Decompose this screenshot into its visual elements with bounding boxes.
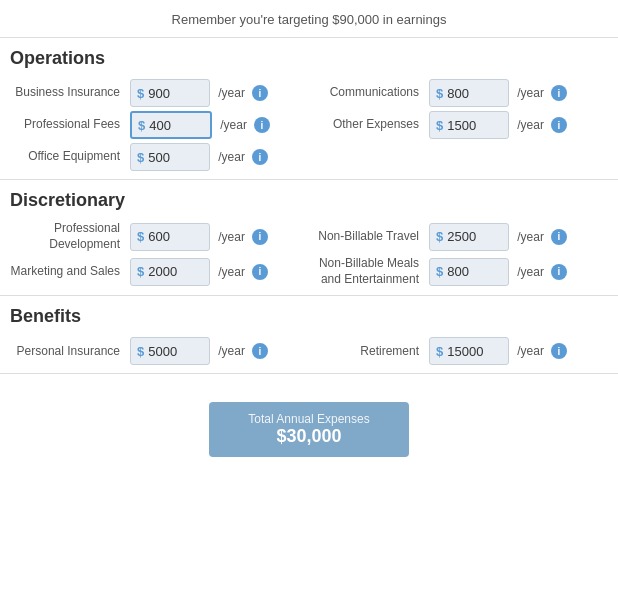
col-left: Professional Fees$/yeari — [10, 111, 309, 139]
section-title-discretionary: Discretionary — [10, 190, 608, 211]
expense-row: Professional Fees$/yeariOther Expenses$/… — [10, 111, 608, 139]
expense-label: Office Equipment — [10, 149, 130, 165]
top-banner: Remember you're targeting $90,000 in ear… — [0, 0, 618, 38]
section-operations: OperationsBusiness Insurance$/yeariCommu… — [0, 38, 618, 180]
expense-label: Professional Development — [10, 221, 130, 252]
expense-label: Other Expenses — [309, 117, 429, 133]
expense-label: Retirement — [309, 344, 429, 360]
info-icon[interactable]: i — [252, 229, 268, 245]
expense-row: Personal Insurance$/yeariRetirement$/yea… — [10, 337, 608, 365]
info-icon[interactable]: i — [252, 149, 268, 165]
year-label: /year — [517, 118, 544, 132]
col-right: Non-Billable Travel$/yeari — [309, 223, 608, 251]
info-icon[interactable]: i — [551, 264, 567, 280]
expense-label: Business Insurance — [10, 85, 130, 101]
amount-input[interactable] — [148, 264, 203, 279]
year-label: /year — [218, 265, 245, 279]
year-label: /year — [517, 86, 544, 100]
info-icon[interactable]: i — [252, 264, 268, 280]
section-discretionary: DiscretionaryProfessional Development$/y… — [0, 180, 618, 296]
expense-row: Office Equipment$/yeari — [10, 143, 608, 171]
year-label: /year — [517, 230, 544, 244]
info-icon[interactable]: i — [254, 117, 270, 133]
info-icon[interactable]: i — [551, 229, 567, 245]
amount-input[interactable] — [447, 344, 502, 359]
amount-input[interactable] — [447, 229, 502, 244]
total-box: Total Annual Expenses $30,000 — [209, 402, 409, 457]
section-title-benefits: Benefits — [10, 306, 608, 327]
dollar-sign: $ — [436, 264, 443, 279]
info-icon[interactable]: i — [551, 117, 567, 133]
expense-label: Non-Billable Travel — [309, 229, 429, 245]
col-left: Personal Insurance$/yeari — [10, 337, 309, 365]
total-area: Total Annual Expenses $30,000 — [0, 374, 618, 495]
dollar-sign: $ — [436, 229, 443, 244]
col-right: Retirement$/yeari — [309, 337, 608, 365]
dollar-sign: $ — [436, 86, 443, 101]
year-label: /year — [218, 230, 245, 244]
year-label: /year — [517, 265, 544, 279]
amount-input[interactable] — [149, 118, 204, 133]
col-right: Communications$/yeari — [309, 79, 608, 107]
expense-label: Communications — [309, 85, 429, 101]
dollar-sign: $ — [137, 86, 144, 101]
col-left: Professional Development$/yeari — [10, 221, 309, 252]
dollar-sign: $ — [436, 344, 443, 359]
total-value: $30,000 — [229, 426, 389, 447]
info-icon[interactable]: i — [551, 85, 567, 101]
info-icon[interactable]: i — [252, 85, 268, 101]
col-left: Marketing and Sales$/yeari — [10, 258, 309, 286]
expense-row: Professional Development$/yeariNon-Billa… — [10, 221, 608, 252]
expense-row: Business Insurance$/yeariCommunications$… — [10, 79, 608, 107]
col-right: Non-Billable Meals and Entertainment$/ye… — [309, 256, 608, 287]
year-label: /year — [218, 344, 245, 358]
amount-input[interactable] — [148, 229, 203, 244]
dollar-sign: $ — [138, 118, 145, 133]
col-right: Other Expenses$/yeari — [309, 111, 608, 139]
amount-input[interactable] — [148, 344, 203, 359]
col-left: Business Insurance$/yeari — [10, 79, 309, 107]
col-left: Office Equipment$/yeari — [10, 143, 309, 171]
dollar-sign: $ — [137, 344, 144, 359]
dollar-sign: $ — [137, 229, 144, 244]
section-benefits: BenefitsPersonal Insurance$/yeariRetirem… — [0, 296, 618, 374]
dollar-sign: $ — [137, 264, 144, 279]
expense-label: Professional Fees — [10, 117, 130, 133]
year-label: /year — [517, 344, 544, 358]
expense-label: Non-Billable Meals and Entertainment — [309, 256, 429, 287]
info-icon[interactable]: i — [252, 343, 268, 359]
amount-input[interactable] — [148, 150, 203, 165]
expense-label: Personal Insurance — [10, 344, 130, 360]
year-label: /year — [220, 118, 247, 132]
year-label: /year — [218, 86, 245, 100]
rows-operations: Business Insurance$/yeariCommunications$… — [10, 79, 608, 171]
rows-benefits: Personal Insurance$/yeariRetirement$/yea… — [10, 337, 608, 365]
amount-input[interactable] — [148, 86, 203, 101]
info-icon[interactable]: i — [551, 343, 567, 359]
section-title-operations: Operations — [10, 48, 608, 69]
amount-input[interactable] — [447, 264, 502, 279]
amount-input[interactable] — [447, 118, 502, 133]
total-label: Total Annual Expenses — [229, 412, 389, 426]
dollar-sign: $ — [137, 150, 144, 165]
dollar-sign: $ — [436, 118, 443, 133]
year-label: /year — [218, 150, 245, 164]
expense-label: Marketing and Sales — [10, 264, 130, 280]
amount-input[interactable] — [447, 86, 502, 101]
expense-row: Marketing and Sales$/yeariNon-Billable M… — [10, 256, 608, 287]
rows-discretionary: Professional Development$/yeariNon-Billa… — [10, 221, 608, 287]
